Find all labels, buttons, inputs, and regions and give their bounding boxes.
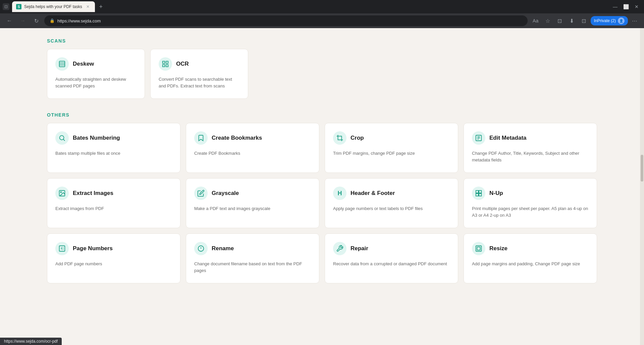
repair-desc: Recover data from a corrupted or damaged…: [333, 261, 450, 267]
crop-desc: Trim PDF margins, change PDF page size: [333, 150, 450, 157]
rename-title: Rename: [212, 245, 234, 252]
page-numbers-header: Page Numbers: [55, 242, 172, 255]
resize-card[interactable]: Resize Add page margins and padding, Cha…: [464, 233, 597, 283]
scrollbar[interactable]: [640, 28, 644, 345]
deskew-title: Deskew: [73, 61, 94, 67]
page-content: SCANS Deskew Automatically straighten an…: [0, 28, 644, 345]
others-row-2: Extract Images Extract images from PDF G…: [47, 178, 597, 228]
repair-card[interactable]: Repair Recover data from a corrupted or …: [325, 233, 458, 283]
bates-numbering-header: Bates Numbering: [55, 131, 172, 145]
deskew-desc: Automatically straighten and deskew scan…: [55, 76, 137, 89]
forward-button[interactable]: →: [17, 15, 28, 26]
others-row-1: Bates Numbering Bates stamp multiple fil…: [47, 123, 597, 173]
svg-rect-4: [166, 61, 168, 63]
scans-section-title: SCANS: [47, 38, 597, 44]
active-tab[interactable]: S Sejda helps with your PDF tasks ✕: [12, 1, 95, 12]
n-up-icon: [472, 187, 485, 200]
header-footer-header: H Header & Footer: [333, 187, 450, 200]
bates-numbering-card[interactable]: Bates Numbering Bates stamp multiple fil…: [47, 123, 180, 173]
rename-desc: Change document filename based on text f…: [194, 261, 311, 274]
extract-images-title: Extract Images: [73, 190, 113, 197]
grayscale-header: Grayscale: [194, 187, 311, 200]
crop-header: Crop: [333, 131, 450, 145]
favorites-button[interactable]: ☆: [542, 15, 553, 26]
tab-title: Sejda helps with your PDF tasks: [24, 4, 82, 9]
crop-icon: [333, 131, 346, 145]
reload-button[interactable]: ↻: [31, 15, 42, 26]
scans-cards-grid: Deskew Automatically straighten and desk…: [47, 49, 248, 99]
header-footer-card[interactable]: H Header & Footer Apply page numbers or …: [325, 178, 458, 228]
rename-card[interactable]: Rename Change document filename based on…: [186, 233, 319, 283]
svg-point-15: [60, 192, 61, 193]
profile-icon: ⊡: [3, 3, 9, 10]
ocr-card[interactable]: OCR Convert PDF scans to searchable text…: [150, 49, 248, 99]
back-button[interactable]: ←: [4, 15, 15, 26]
repair-icon: [333, 242, 346, 255]
create-bookmarks-desc: Create PDF Bookmarks: [194, 150, 311, 157]
svg-rect-5: [163, 65, 165, 67]
extensions-button[interactable]: ⊡: [579, 15, 589, 26]
rename-icon: [194, 242, 208, 255]
page-numbers-card[interactable]: Page Numbers Add PDF page numbers: [47, 233, 180, 283]
new-tab-button[interactable]: +: [96, 2, 106, 11]
n-up-desc: Print multiple pages per sheet per paper…: [472, 205, 589, 218]
extract-images-desc: Extract images from PDF: [55, 205, 172, 212]
scrollbar-thumb[interactable]: [641, 155, 643, 182]
status-url: https://www.sejda.com/ocr-pdf: [4, 339, 58, 344]
close-button[interactable]: ✕: [632, 2, 641, 11]
extract-images-card[interactable]: Extract Images Extract images from PDF: [47, 178, 180, 228]
svg-rect-17: [479, 191, 481, 193]
deskew-card[interactable]: Deskew Automatically straighten and desk…: [47, 49, 145, 99]
inprivate-badge[interactable]: InPrivate (2) 👤: [591, 16, 628, 25]
header-footer-icon: H: [333, 187, 346, 200]
n-up-title: N-Up: [489, 190, 503, 197]
address-text: https://www.sejda.com: [57, 18, 101, 23]
bates-numbering-title: Bates Numbering: [73, 135, 120, 141]
svg-rect-16: [476, 191, 478, 193]
crop-card[interactable]: Crop Trim PDF margins, change PDF page s…: [325, 123, 458, 173]
others-section: OTHERS Bates Numbering Bates stamp multi…: [47, 112, 597, 283]
ocr-card-header: OCR: [159, 57, 240, 71]
edit-metadata-card[interactable]: Edit Metadata Change PDF Author, Title, …: [464, 123, 597, 173]
extract-images-icon: [55, 187, 69, 200]
page-numbers-desc: Add PDF page numbers: [55, 261, 172, 267]
window-controls: ⊡: [3, 3, 9, 10]
edit-metadata-header: Edit Metadata: [472, 131, 589, 145]
svg-rect-18: [476, 194, 478, 196]
svg-rect-25: [477, 247, 480, 250]
edit-metadata-desc: Change PDF Author, Title, Keywords, Subj…: [472, 150, 589, 163]
downloads-button[interactable]: ⬇: [567, 15, 577, 26]
grayscale-title: Grayscale: [212, 190, 239, 197]
tab-favicon: S: [16, 4, 21, 9]
extract-images-header: Extract Images: [55, 187, 172, 200]
minimize-button[interactable]: —: [610, 2, 620, 11]
toolbar-actions: Aa ☆ ⊡ ⬇ ⊡ InPrivate (2) 👤 ⋯: [530, 15, 640, 26]
header-footer-title: Header & Footer: [351, 190, 395, 197]
resize-header: Resize: [472, 242, 589, 255]
svg-rect-20: [59, 246, 65, 252]
menu-button[interactable]: ⋯: [629, 15, 640, 26]
svg-rect-0: [59, 61, 65, 67]
others-row-3: Page Numbers Add PDF page numbers Rename: [47, 233, 597, 283]
rename-header: Rename: [194, 242, 311, 255]
svg-rect-9: [338, 136, 342, 140]
edit-metadata-icon: [472, 131, 485, 145]
repair-header: Repair: [333, 242, 450, 255]
grayscale-icon: [194, 187, 208, 200]
collections-button[interactable]: ⊡: [554, 15, 565, 26]
n-up-card[interactable]: N-Up Print multiple pages per sheet per …: [464, 178, 597, 228]
browser-title-bar: ⊡ S Sejda helps with your PDF tasks ✕ + …: [0, 0, 644, 13]
read-aloud-button[interactable]: Aa: [530, 15, 541, 26]
tab-close-button[interactable]: ✕: [85, 4, 91, 10]
svg-point-7: [60, 136, 64, 140]
resize-icon: [472, 242, 485, 255]
maximize-button[interactable]: ⬜: [621, 2, 631, 11]
address-bar[interactable]: 🔒 https://www.sejda.com: [44, 15, 528, 26]
create-bookmarks-card[interactable]: Create Bookmarks Create PDF Bookmarks: [186, 123, 319, 173]
repair-title: Repair: [351, 245, 368, 252]
create-bookmarks-header: Create Bookmarks: [194, 131, 311, 145]
grayscale-card[interactable]: Grayscale Make a PDF text and images gra…: [186, 178, 319, 228]
resize-desc: Add page margins and padding, Change PDF…: [472, 261, 589, 267]
svg-rect-24: [476, 246, 482, 252]
create-bookmarks-title: Create Bookmarks: [212, 135, 262, 141]
